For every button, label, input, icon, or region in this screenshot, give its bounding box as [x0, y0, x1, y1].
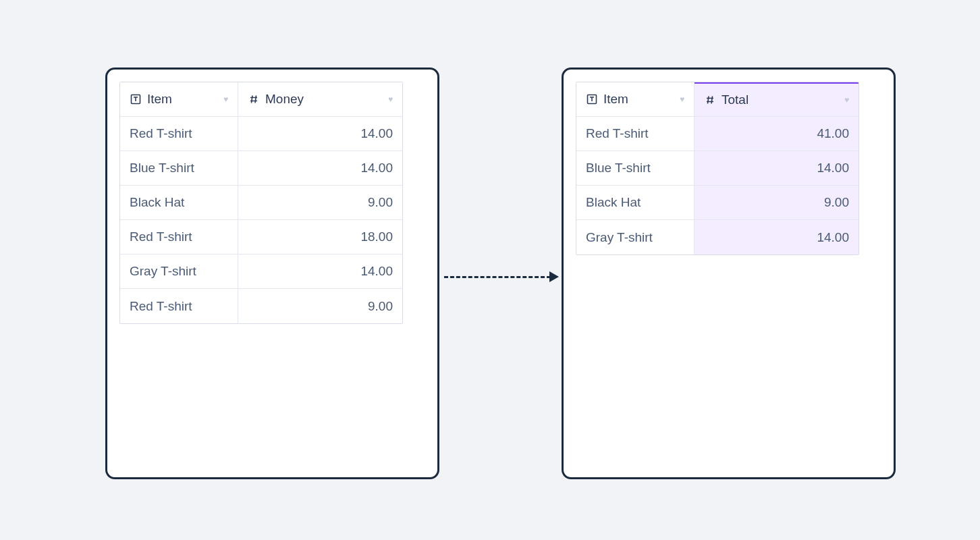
cell-item: Red T-shirt	[120, 220, 238, 254]
cell-item: Red T-shirt	[120, 117, 238, 151]
table-row: Red T-shirt 14.00	[120, 117, 402, 151]
cell-value: 41.00	[695, 117, 859, 151]
heart-icon[interactable]: ♥	[388, 94, 393, 104]
result-panel: Item ♥ Total ♥	[562, 68, 896, 479]
table-row: Gray T-shirt 14.00	[576, 220, 859, 254]
heart-icon[interactable]: ♥	[223, 94, 228, 104]
cell-value: 14.00	[695, 220, 859, 254]
cell-item: Black Hat	[120, 186, 238, 219]
table-row: Black Hat 9.00	[576, 186, 859, 220]
column-label: Total	[722, 92, 748, 107]
arrow-head-icon	[549, 271, 559, 282]
cell-value: 14.00	[238, 151, 402, 185]
arrow-line	[444, 276, 551, 278]
cell-item: Red T-shirt	[120, 289, 238, 323]
cell-item: Black Hat	[576, 186, 695, 219]
cell-value: 14.00	[695, 151, 859, 185]
cell-value: 14.00	[238, 254, 402, 288]
cell-item: Blue T-shirt	[576, 151, 695, 185]
source-panel: Item ♥ Money ♥	[105, 68, 439, 479]
table-row: Red T-shirt 41.00	[576, 117, 859, 151]
number-type-icon	[248, 93, 260, 105]
column-header-item[interactable]: Item ♥	[120, 82, 238, 116]
table-row: Black Hat 9.00	[120, 186, 402, 220]
heart-icon[interactable]: ♥	[844, 95, 849, 105]
column-header-total[interactable]: Total ♥	[695, 82, 859, 116]
cell-item: Red T-shirt	[576, 117, 695, 151]
table-header-row: Item ♥ Money ♥	[120, 82, 402, 117]
column-header-money[interactable]: Money ♥	[238, 82, 402, 116]
text-type-icon	[130, 93, 142, 105]
table-row: Red T-shirt 9.00	[120, 289, 402, 323]
column-header-item[interactable]: Item ♥	[576, 82, 695, 116]
cell-item: Gray T-shirt	[576, 220, 695, 254]
cell-item: Gray T-shirt	[120, 254, 238, 288]
heart-icon[interactable]: ♥	[680, 94, 684, 104]
cell-value: 9.00	[238, 289, 402, 323]
diagram-canvas: Item ♥ Money ♥	[11, 7, 969, 533]
table-row: Gray T-shirt 14.00	[120, 254, 402, 289]
number-type-icon	[704, 94, 716, 106]
cell-value: 18.00	[238, 220, 402, 254]
cell-value: 14.00	[238, 117, 402, 151]
text-type-icon	[586, 93, 598, 105]
table-row: Blue T-shirt 14.00	[120, 151, 402, 186]
transform-arrow	[444, 270, 559, 284]
column-label: Item	[147, 92, 172, 107]
table-row: Red T-shirt 18.00	[120, 220, 402, 254]
cell-item: Blue T-shirt	[120, 151, 238, 185]
cell-value: 9.00	[238, 186, 402, 219]
source-table: Item ♥ Money ♥	[119, 82, 403, 324]
column-label: Money	[265, 92, 304, 107]
column-label: Item	[603, 92, 628, 107]
table-row: Blue T-shirt 14.00	[576, 151, 859, 186]
cell-value: 9.00	[695, 186, 859, 219]
table-header-row: Item ♥ Total ♥	[576, 82, 859, 117]
result-table: Item ♥ Total ♥	[576, 82, 859, 255]
